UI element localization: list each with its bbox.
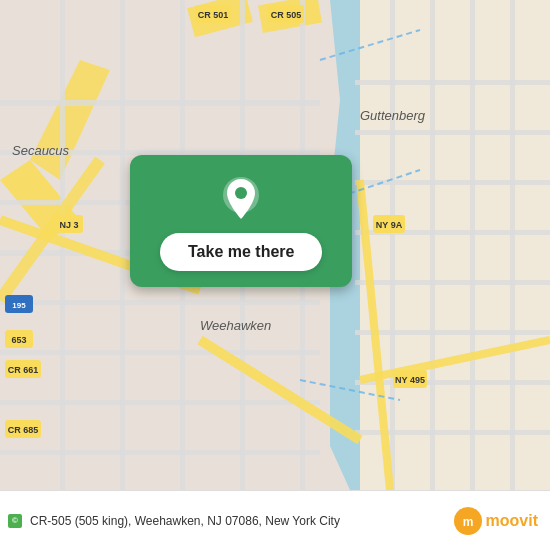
- svg-rect-32: [430, 0, 435, 490]
- svg-rect-24: [355, 130, 550, 135]
- svg-rect-27: [355, 280, 550, 285]
- osm-icon: ©: [8, 514, 22, 528]
- svg-rect-34: [510, 0, 515, 490]
- svg-text:195: 195: [12, 301, 26, 310]
- svg-text:CR 685: CR 685: [8, 425, 39, 435]
- svg-rect-33: [470, 0, 475, 490]
- svg-text:CR 661: CR 661: [8, 365, 39, 375]
- svg-text:m: m: [462, 515, 473, 529]
- svg-rect-14: [0, 350, 320, 355]
- svg-rect-31: [390, 0, 395, 490]
- svg-rect-22: [360, 0, 550, 490]
- button-overlay: Take me there: [130, 155, 352, 287]
- moovit-logo-text: moovit: [486, 512, 538, 530]
- svg-text:CR 505: CR 505: [271, 10, 302, 20]
- map-container: CR 501 CR 505 NJ 3 195 CR 661 CR 685 653…: [0, 0, 550, 490]
- svg-rect-18: [120, 0, 125, 490]
- svg-text:CR 501: CR 501: [198, 10, 229, 20]
- svg-text:Guttenberg: Guttenberg: [360, 108, 426, 123]
- svg-text:Secaucus: Secaucus: [12, 143, 70, 158]
- svg-point-65: [235, 187, 247, 199]
- svg-text:NY 495: NY 495: [395, 375, 425, 385]
- svg-rect-29: [355, 380, 550, 385]
- svg-rect-16: [0, 450, 320, 455]
- svg-rect-9: [0, 100, 320, 106]
- svg-text:653: 653: [11, 335, 26, 345]
- location-text: CR-505 (505 king), Weehawken, NJ 07086, …: [30, 514, 340, 528]
- take-me-there-card[interactable]: Take me there: [130, 155, 352, 287]
- svg-rect-23: [355, 80, 550, 85]
- svg-rect-28: [355, 330, 550, 335]
- attribution: © CR-505 (505 king), Weehawken, NJ 07086…: [8, 514, 340, 528]
- svg-rect-25: [355, 180, 550, 185]
- svg-text:NY 9A: NY 9A: [376, 220, 403, 230]
- svg-rect-15: [0, 400, 320, 405]
- svg-text:NJ 3: NJ 3: [59, 220, 78, 230]
- moovit-logo-icon: m: [454, 507, 482, 535]
- svg-rect-13: [0, 300, 320, 305]
- info-bar: © CR-505 (505 king), Weehawken, NJ 07086…: [0, 490, 550, 550]
- location-pin-icon: [217, 175, 265, 223]
- take-me-there-button[interactable]: Take me there: [160, 233, 322, 271]
- svg-text:Weehawken: Weehawken: [200, 318, 271, 333]
- moovit-logo: m moovit: [454, 507, 538, 535]
